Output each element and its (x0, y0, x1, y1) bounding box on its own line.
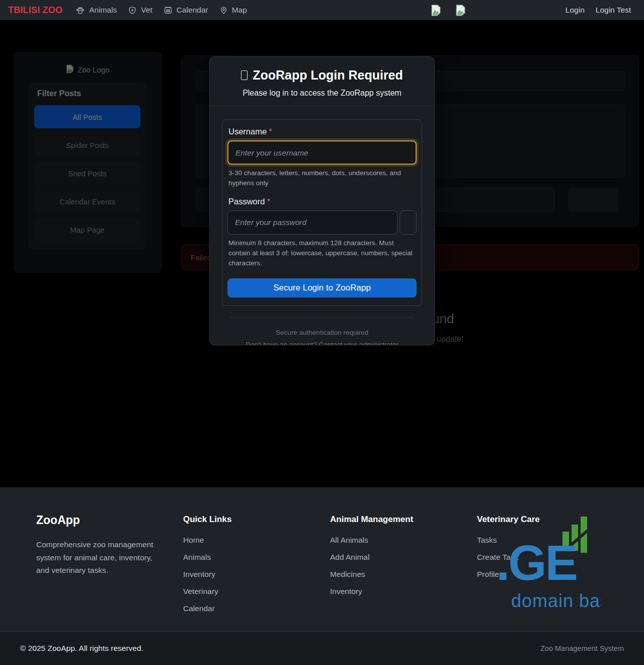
password-label: Password* (228, 197, 417, 206)
password-hint: Minimum 8 characters, maximum 128 charac… (228, 238, 417, 269)
lock-missing-glyph-icon (241, 70, 248, 80)
nav-label: Map (232, 6, 247, 15)
footer-link-animals[interactable]: Animals (183, 553, 211, 562)
footer-brand: ZooApp (36, 513, 183, 527)
secure-login-button[interactable]: Secure Login to ZooRapp (227, 278, 417, 298)
nav-label: Vet (141, 6, 152, 15)
footer-link-calendar[interactable]: Calendar (183, 604, 215, 613)
login-test-link[interactable]: Login Test (596, 6, 631, 15)
site-footer: ZooApp Comprehensive zoo management syst… (0, 487, 644, 631)
calendar-icon (164, 6, 173, 15)
broken-image-icon (431, 5, 441, 16)
brand-link[interactable]: TBILISI ZOO (8, 5, 62, 16)
required-asterisk: * (269, 127, 272, 136)
nav-items: Animals Vet Calendar (74, 4, 248, 17)
footer-link-add-animal[interactable]: Add Animal (330, 553, 369, 562)
footer-quick-links-column: Quick Links Home Animals Inventory Veter… (183, 513, 330, 613)
svg-text:domain base: domain base (511, 590, 601, 611)
password-input[interactable] (227, 210, 397, 235)
nav-item-calendar[interactable]: Calendar (163, 4, 209, 17)
contact-admin-note: Don't have an account? Contact your admi… (230, 339, 414, 345)
footer-link-inventory[interactable]: Inventory (183, 570, 215, 579)
login-modal-footer: Secure authentication required Don't hav… (230, 317, 414, 345)
footer-link-all-animals[interactable]: All Animals (330, 536, 368, 545)
login-modal: ZooRapp Login Required Please log in to … (209, 56, 435, 345)
broken-image-icon (455, 5, 466, 16)
username-label: Username* (228, 127, 417, 136)
footer-link-home[interactable]: Home (183, 536, 204, 545)
login-link[interactable]: Login (566, 6, 585, 15)
bottom-bar: © 2025 ZooApp. All rights reserved. Zoo … (0, 631, 644, 665)
footer-link-inventory-2[interactable]: Inventory (330, 587, 362, 596)
footer-animal-management-column: Animal Management All Animals Add Animal… (330, 513, 477, 613)
system-label: Zoo Management System (540, 644, 624, 652)
login-modal-subtitle: Please log in to access the ZooRapp syst… (218, 89, 426, 98)
footer-column-title: Quick Links (183, 514, 330, 525)
nav-item-animals[interactable]: Animals (74, 4, 118, 17)
footer-link-medicines[interactable]: Medicines (330, 570, 365, 579)
map-pin-icon (219, 6, 228, 15)
login-modal-title: ZooRapp Login Required (218, 68, 426, 83)
secure-auth-note: Secure authentication required (230, 327, 414, 339)
login-modal-header: ZooRapp Login Required Please log in to … (210, 57, 434, 106)
nav-label: Animals (89, 6, 117, 15)
footer-link-profile[interactable]: Profile (477, 570, 499, 579)
username-hint: 3-30 characters, letters, numbers, dots,… (228, 168, 417, 189)
footer-description: Comprehensive zoo management system for … (36, 538, 163, 577)
password-row (227, 210, 417, 235)
auth-links: Login Login Test (566, 6, 631, 15)
username-input[interactable] (227, 140, 417, 165)
shield-icon (128, 6, 137, 15)
copyright-text: © 2025 ZooApp. All rights reserved. (20, 644, 143, 653)
footer-link-veterinary[interactable]: Veterinary (183, 587, 218, 596)
footer-brand-column: ZooApp Comprehensive zoo management syst… (36, 513, 183, 613)
paw-icon (75, 6, 85, 15)
password-visibility-toggle[interactable] (399, 210, 417, 235)
nav-item-map[interactable]: Map (218, 4, 248, 17)
footer-link-tasks[interactable]: Tasks (477, 536, 497, 545)
footer-column-title: Animal Management (330, 514, 477, 525)
login-form-card: Username* 3-30 characters, letters, numb… (222, 119, 422, 306)
required-asterisk: * (267, 197, 270, 206)
top-navbar: TBILISI ZOO Animals Vet (0, 0, 644, 20)
login-form: Username* 3-30 characters, letters, numb… (210, 106, 434, 345)
nav-item-vet[interactable]: Vet (127, 4, 153, 17)
main-content: Zoo Logo Filter Posts All Posts Spider P… (0, 20, 644, 487)
nav-label: Calendar (177, 6, 208, 15)
svg-text:.GE: .GE (498, 535, 577, 590)
ge-domain-base-logo: .GE domain base (498, 516, 601, 614)
